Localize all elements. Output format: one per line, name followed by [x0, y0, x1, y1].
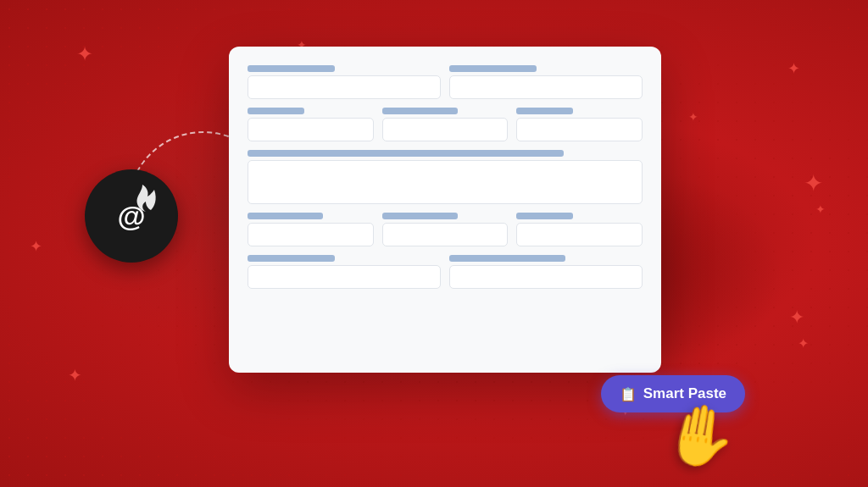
form-field-2-3	[516, 108, 643, 141]
field-input-1-1[interactable]	[248, 75, 441, 99]
field-label-1-1	[248, 65, 335, 72]
sparkle-star-6: ✦	[688, 110, 698, 124]
field-input-4-3[interactable]	[516, 223, 643, 246]
field-label-2-2	[382, 108, 458, 114]
form-field-5-1	[248, 255, 441, 289]
field-input-4-1[interactable]	[248, 223, 374, 246]
field-input-5-1[interactable]	[248, 265, 441, 289]
sparkle-star-2: ✦	[787, 59, 800, 78]
form-row-5	[248, 255, 643, 289]
sparkle-star-1: ✦	[76, 42, 93, 66]
field-label-5-2	[449, 255, 565, 262]
field-label-1-2	[449, 65, 537, 72]
sparkle-star-7: ✦✦	[789, 307, 809, 351]
form-row-2	[248, 108, 643, 141]
field-label-4-3	[516, 213, 573, 219]
field-label-2-3	[516, 108, 573, 114]
field-label-4-1	[248, 213, 323, 219]
form-row-3	[248, 150, 643, 204]
field-label-5-1	[248, 255, 335, 262]
at-symbol: @	[117, 200, 145, 233]
form-field-5-2	[449, 255, 643, 289]
sparkle-star-8: ✦	[30, 237, 42, 256]
clipboard-icon: 📋	[620, 386, 637, 402]
form-field-4-3	[516, 213, 643, 246]
field-input-2-1[interactable]	[248, 118, 374, 141]
form-field-4-2	[382, 213, 509, 246]
sparkle-star-4: ✦	[68, 365, 82, 385]
form-row-4	[248, 213, 643, 246]
form-field-4-1	[248, 213, 374, 246]
field-label-4-2	[382, 213, 458, 219]
sparkle-star-3: ✦✦	[804, 169, 826, 216]
form-field-2-2	[382, 108, 509, 141]
hand-cursor-illustration: 🤚	[658, 395, 743, 476]
form-card	[229, 47, 661, 373]
field-label-3-1	[248, 150, 564, 157]
brand-icon-circle: @	[85, 169, 178, 263]
form-field-1-1	[248, 65, 441, 99]
form-field-3-1	[248, 150, 643, 204]
field-input-5-2[interactable]	[449, 265, 643, 289]
brand-icon-inner: @	[117, 200, 145, 233]
field-input-1-2[interactable]	[449, 75, 643, 99]
field-input-2-2[interactable]	[382, 118, 509, 141]
form-field-1-2	[449, 65, 643, 99]
field-label-2-1	[248, 108, 304, 114]
form-field-2-1	[248, 108, 374, 141]
field-input-2-3[interactable]	[516, 118, 643, 141]
field-input-3-1[interactable]	[248, 160, 643, 204]
field-input-4-2[interactable]	[382, 223, 509, 246]
form-row-1	[248, 65, 643, 99]
